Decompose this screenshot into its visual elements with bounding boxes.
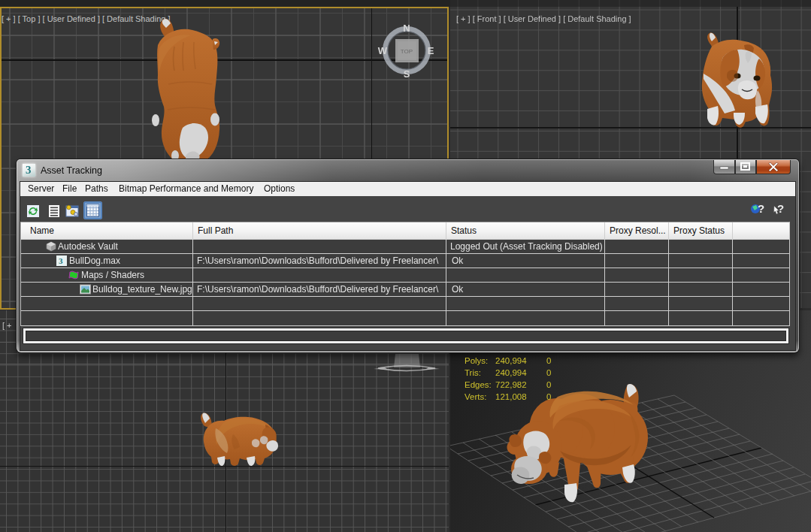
svg-text:?: ? [758,202,764,215]
svg-text:W: W [378,45,388,56]
svg-text:?: ? [777,202,784,215]
svg-text:E: E [428,45,434,56]
svg-text:3: 3 [59,256,63,265]
svg-text:TOP: TOP [401,48,413,55]
svg-text:S: S [404,68,410,80]
svg-text:N: N [403,23,410,34]
